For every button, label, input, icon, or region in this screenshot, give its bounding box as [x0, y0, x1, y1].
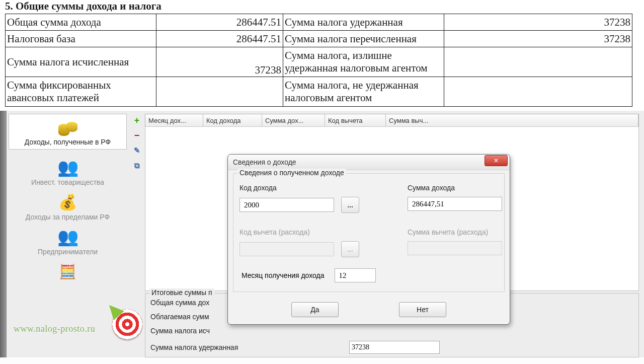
minus-icon: −: [134, 130, 140, 141]
sidebar-item-label: Доходы, полученные в РФ: [12, 138, 123, 146]
totals-row: Сумма налога удержанная: [145, 338, 638, 357]
left-strip: [0, 111, 7, 357]
cell-value: 286447.51: [156, 31, 283, 47]
coins-icon: [12, 117, 123, 137]
totals-legend: Итоговые суммы п: [149, 288, 214, 297]
dialog-title: Сведения о доходе: [233, 158, 296, 166]
grid-header[interactable]: Месяц дох...: [145, 114, 203, 126]
remove-row-button[interactable]: −: [131, 130, 142, 141]
copy-row-button[interactable]: ⧉: [131, 160, 142, 171]
dialog-yes-button[interactable]: Да: [291, 302, 339, 317]
sidebar-item-calc[interactable]: 🧮: [7, 259, 129, 285]
income-sum-input[interactable]: [408, 197, 502, 211]
totals-label: Сумма налога исч: [150, 327, 329, 335]
dialog-body: Сведения о полученном доходе Код дохода …: [228, 170, 510, 324]
grid-header[interactable]: Код дохода: [203, 114, 262, 126]
sidebar-item-label: Инвест. товарищества: [10, 178, 126, 186]
sidebar: Доходы, полученные в РФ 👥 Инвест. товари…: [7, 111, 129, 357]
cell-value: [444, 47, 632, 77]
dialog-no-button[interactable]: Нет: [399, 302, 446, 317]
cell-value: 37238: [444, 14, 632, 31]
dialog-close-button[interactable]: ✕: [485, 155, 508, 166]
cell-label: Сумма налога перечисленная: [283, 31, 444, 47]
grid-header-row: Месяц дох... Код дохода Сумма дох... Код…: [145, 114, 639, 127]
ellipsis-icon: ...: [347, 201, 353, 209]
totals-row: Сумма налога исч: [145, 324, 638, 338]
grid-header[interactable]: Код вычета: [325, 114, 386, 126]
cell-value: [444, 77, 632, 107]
cell-label: Сумма налога исчисленная: [6, 47, 156, 77]
sidebar-item-entrepreneurs[interactable]: 👥 Предприниматели: [7, 224, 129, 259]
copy-icon: ⧉: [134, 161, 140, 170]
income-code-input[interactable]: [239, 198, 334, 212]
ellipsis-icon: ...: [347, 245, 353, 253]
tax-withheld-input[interactable]: [349, 341, 440, 354]
income-sum-label: Сумма дохода: [408, 184, 502, 192]
cell-value: 37238: [156, 47, 283, 77]
income-code-label: Код дохода: [239, 184, 359, 192]
cell-value: [156, 77, 283, 107]
deduction-code-label: Код вычета (расхода): [239, 228, 359, 236]
group-legend: Сведения о полученном доходе: [237, 169, 346, 177]
edit-icon: ✎: [134, 146, 140, 155]
add-row-button[interactable]: +: [131, 115, 142, 126]
doc-section-heading: 5. Общие суммы дохода и налога: [5, 0, 640, 14]
sidebar-item-income-rf[interactable]: Доходы, полученные в РФ: [9, 114, 127, 150]
deduction-sum-input: [408, 241, 502, 255]
cell-value: 286447.51: [156, 14, 283, 31]
deduction-code-input: [239, 242, 334, 256]
partnership-icon: 👥: [10, 157, 126, 177]
income-dialog: Сведения о доходе ✕ Сведения о полученно…: [227, 154, 510, 325]
calc-icon: 🧮: [10, 261, 126, 281]
deduction-sum-label: Сумма вычета (расхода): [408, 228, 502, 236]
cell-label: Сумма налога удержанная: [283, 14, 444, 31]
cell-label: Общая сумма дохода: [6, 14, 156, 31]
cell-label: Налоговая база: [6, 31, 156, 47]
money-bag-icon: 💰: [10, 192, 126, 212]
doc-summary-table: Общая сумма дохода 286447.51 Сумма налог…: [5, 14, 632, 107]
plus-icon: +: [134, 115, 140, 126]
dialog-titlebar[interactable]: Сведения о доходе ✕: [228, 155, 510, 170]
document-preview: 5. Общие суммы дохода и налога Общая сум…: [0, 0, 644, 111]
target-icon: [112, 309, 142, 339]
sidebar-item-label: Доходы за пределами РФ: [10, 213, 126, 221]
income-month-input[interactable]: [335, 268, 376, 282]
cell-label: Сумма налога, излишне удержанная налогов…: [283, 47, 444, 77]
income-month-label: Месяц получения дохода: [242, 271, 325, 279]
watermark-text: www.nalog-prosto.ru: [14, 324, 95, 334]
totals-label: Сумма налога удержанная: [150, 343, 329, 351]
sidebar-item-income-abroad[interactable]: 💰 Доходы за пределами РФ: [7, 189, 129, 224]
people-icon: 👥: [10, 227, 126, 247]
grid-header[interactable]: Сумма выч...: [386, 114, 638, 126]
close-icon: ✕: [494, 157, 499, 164]
sidebar-item-invest[interactable]: 👥 Инвест. товарищества: [7, 155, 129, 189]
deduction-code-lookup-button: ...: [341, 241, 359, 257]
sidebar-item-label: Предприниматели: [10, 248, 126, 256]
cell-label: Сумма налога, не удержанная налоговым аг…: [283, 77, 444, 107]
income-group: Сведения о полученном доходе Код дохода …: [233, 173, 505, 292]
income-code-lookup-button[interactable]: ...: [341, 197, 359, 213]
edit-row-button[interactable]: ✎: [131, 145, 142, 156]
cell-value: 37238: [444, 31, 632, 47]
grid-header[interactable]: Сумма дох...: [262, 114, 325, 126]
cell-label: Сумма фиксированных авансовых платежей: [6, 77, 156, 107]
